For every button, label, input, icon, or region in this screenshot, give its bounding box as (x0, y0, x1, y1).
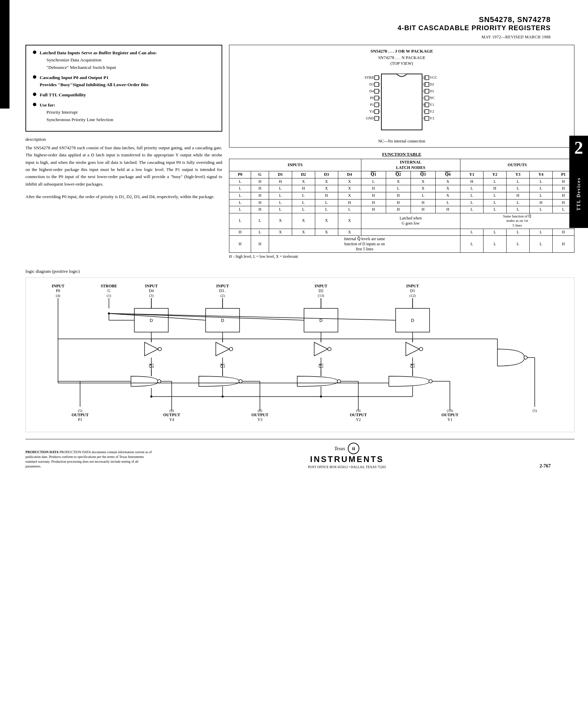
svg-text:P1: P1 (78, 417, 82, 422)
col-q2: Q̄2 (386, 171, 411, 178)
svg-text:11: 11 (422, 96, 426, 100)
feature-4-sub: Priority Interrupt Synchronous Priority … (40, 109, 113, 123)
description-para-2: After the overriding P0 input, the order… (25, 193, 222, 200)
section-label: TTL Devices (569, 160, 588, 228)
svg-text:(2): (2) (221, 293, 225, 298)
col-q4: Q̄4 (435, 171, 460, 178)
svg-text:(4): (4) (56, 293, 60, 298)
chip-desc: 4-BIT CASCADABLE PRIORITY REGISTERS (14, 24, 551, 32)
col-q3: Q̄3 (411, 171, 435, 178)
feature-4-text: Use for: (40, 102, 55, 108)
top-view-label: (TOP VIEW) (234, 61, 569, 66)
production-bold: PRODUCTION DATA (25, 450, 59, 454)
logic-diagram-svg: INPUT P0 (4) STROBE G (1) INPUT D4 (3) I… (29, 281, 555, 427)
svg-point-93 (328, 347, 331, 351)
svg-text:12: 12 (422, 89, 426, 93)
description-para-1: The SN54278 and SN74278 each consist of … (25, 144, 222, 188)
col-y4: Y4 (529, 171, 552, 178)
svg-text:D1: D1 (410, 288, 415, 293)
svg-point-106 (337, 380, 341, 383)
bullet-icon-3 (33, 93, 36, 96)
right-sidebar: 2 TTL Devices (569, 136, 588, 271)
bullet-icon-2 (33, 75, 36, 79)
svg-text:(12): (12) (410, 293, 416, 298)
table-row: LHHXXX LXXX HLLLH (229, 178, 574, 185)
ti-logo-svg: ti (348, 443, 360, 455)
svg-point-165 (320, 396, 322, 398)
table-note: H – high level, L = low level, X = irrel… (229, 254, 574, 258)
package-title: SN54278 . . . J OR W PACKAGE (234, 49, 569, 54)
feature-item-3: Full TTL Compatibility (33, 92, 216, 98)
svg-text:D: D (150, 318, 153, 323)
svg-text:Y1: Y1 (448, 417, 453, 422)
description-label: description (25, 137, 222, 142)
svg-text:2: 2 (379, 82, 380, 86)
table-row-hl: HLXXXX LLLLH (229, 229, 574, 236)
svg-rect-0 (381, 74, 422, 130)
svg-text:4: 4 (379, 96, 380, 100)
col-q1: Q̄1 (361, 171, 386, 178)
svg-text:Y2: Y2 (356, 417, 361, 422)
svg-point-164 (222, 396, 224, 398)
col-p0: P0 (229, 171, 251, 178)
svg-text:10: 10 (422, 103, 426, 107)
svg-point-146 (524, 356, 527, 359)
svg-text:14: 14 (422, 76, 426, 79)
feature-item-4: Use for: Priority Interrupt Synchronous … (33, 102, 216, 123)
texas-label: Texas (334, 446, 345, 452)
feature-item-1: Latched Data Inputs Serve as Buffer Regi… (33, 50, 216, 71)
svg-text:9: 9 (423, 110, 425, 113)
svg-text:D: D (411, 318, 414, 323)
table-row: LHLLLL HHHH LLLLL (229, 206, 574, 213)
feature-1-sub: Synchronize Data Acquisition "Debounce" … (40, 56, 157, 71)
svg-text:Y1: Y1 (430, 102, 434, 107)
footer-production-note: PRODUCTION DATA PRODUCTION DATA document… (25, 450, 154, 469)
col-g: G (251, 171, 269, 178)
left-bar (0, 0, 10, 109)
date-line: MAY 1972—REVISED MARCH 1988 (14, 35, 574, 40)
svg-text:Y4: Y4 (369, 109, 374, 113)
outputs-header: OUTPUTS (460, 159, 574, 171)
chip-name: SN54278, SN74278 (14, 15, 551, 24)
svg-marker-94 (406, 342, 419, 356)
ti-logo-container: Texas ti (308, 443, 386, 455)
table-row: LHLLLH HHHL LLLHH (229, 199, 574, 206)
svg-marker-88 (145, 342, 158, 356)
table-row: LHLHXX HLXX LHLLH (229, 185, 574, 192)
svg-point-89 (158, 347, 162, 351)
ic-pin-diagram: STRB 1 D3 2 D4 3 P0 4 (234, 69, 569, 137)
svg-text:INPUT: INPUT (406, 284, 419, 288)
svg-text:G: G (108, 288, 111, 293)
table-row-internal: HH Internal Q̄ levels are samefunction o… (229, 236, 574, 253)
svg-text:7: 7 (379, 116, 380, 120)
svg-text:ti: ti (352, 446, 355, 451)
svg-text:P0: P0 (56, 288, 60, 293)
svg-text:STROBE: STROBE (101, 284, 117, 288)
function-table-title: FUNCTION TABLE (229, 152, 574, 157)
instruments-label: INSTRUMENTS (308, 455, 386, 464)
svg-text:Y3: Y3 (430, 116, 434, 120)
svg-text:Y4: Y4 (169, 417, 174, 422)
feature-3-text: Full TTL Compatibility (40, 92, 86, 97)
svg-text:OUTPUT: OUTPUT (72, 412, 89, 417)
table-row: LHLLHX HHLX LLHLH (229, 192, 574, 199)
feature-item-2: Cascading Input P0 and Output P1Provides… (33, 74, 216, 88)
svg-text:D1: D1 (430, 89, 434, 93)
svg-rect-1 (375, 76, 379, 80)
svg-text:OUTPUT: OUTPUT (163, 412, 180, 417)
svg-text:OUTPUT: OUTPUT (441, 412, 458, 417)
logic-diagram-title: logic diagram (positive logic) (25, 269, 574, 274)
svg-rect-19 (375, 116, 379, 120)
col-y3: Y3 (506, 171, 529, 178)
svg-text:(13): (13) (318, 293, 324, 298)
description-section: description The SN54278 and SN74278 each… (25, 137, 222, 200)
svg-rect-13 (375, 103, 379, 107)
svg-marker-92 (314, 342, 328, 356)
svg-text:D3 .: D3 . (219, 288, 226, 293)
svg-point-166 (108, 312, 110, 314)
svg-text:(1): (1) (107, 293, 111, 298)
svg-text:6: 6 (379, 110, 380, 113)
table-row-latched: LLXXXX Latched whenG goes low Same funct… (229, 213, 574, 229)
features-box: Latched Data Inputs Serve as Buffer Regi… (25, 45, 222, 132)
col-d4: D4 (338, 171, 361, 178)
